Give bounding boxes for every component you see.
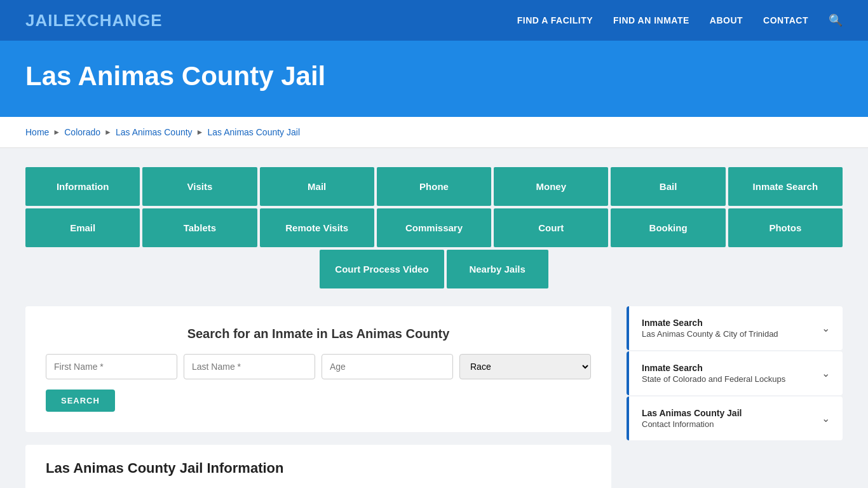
btn-photos[interactable]: Photos bbox=[728, 208, 843, 247]
btn-mail[interactable]: Mail bbox=[260, 167, 374, 206]
nav-about[interactable]: ABOUT bbox=[710, 15, 743, 25]
search-button[interactable]: SEARCH bbox=[46, 390, 115, 412]
chevron-icon-2: ⌄ bbox=[822, 367, 830, 379]
content-row: Search for an Inmate in Las Animas Count… bbox=[25, 306, 843, 488]
search-inputs: Race bbox=[46, 354, 591, 379]
sidebar-card-title-2: Inmate Search bbox=[642, 363, 785, 373]
btn-inmate-search[interactable]: Inmate Search bbox=[728, 167, 843, 206]
chevron-icon-3: ⌄ bbox=[822, 412, 830, 424]
search-title: Search for an Inmate in Las Animas Count… bbox=[46, 327, 591, 341]
btn-tablets[interactable]: Tablets bbox=[142, 208, 257, 247]
jail-info-section: Las Animas County Jail Information bbox=[25, 445, 611, 488]
last-name-input[interactable] bbox=[184, 354, 315, 379]
button-grid-row3: Court Process Video Nearby Jails bbox=[25, 250, 843, 288]
jail-info-heading: Las Animas County Jail Information bbox=[46, 460, 591, 477]
sidebar-card-header-2[interactable]: Inmate Search State of Colorado and Fede… bbox=[629, 351, 843, 395]
sidebar-card-title-1: Inmate Search bbox=[642, 318, 778, 328]
button-grid-row1: Information Visits Mail Phone Money Bail… bbox=[25, 167, 843, 206]
btn-booking[interactable]: Booking bbox=[611, 208, 725, 247]
btn-information[interactable]: Information bbox=[25, 167, 140, 206]
btn-email[interactable]: Email bbox=[25, 208, 140, 247]
hero-section: Las Animas County Jail bbox=[0, 41, 868, 117]
site-logo[interactable]: JAILEXCHANGE bbox=[25, 11, 163, 30]
btn-nearby-jails[interactable]: Nearby Jails bbox=[447, 250, 548, 288]
btn-court-process-video[interactable]: Court Process Video bbox=[320, 250, 444, 288]
btn-court[interactable]: Court bbox=[494, 208, 608, 247]
breadcrumb-sep-2: ► bbox=[104, 128, 112, 137]
sidebar-card-title-3: Las Animas County Jail bbox=[642, 408, 742, 418]
age-input[interactable] bbox=[322, 354, 453, 379]
breadcrumb-county[interactable]: Las Animas County bbox=[116, 127, 193, 137]
nav-contact[interactable]: CONTACT bbox=[763, 15, 808, 25]
sidebar-card-2: Inmate Search State of Colorado and Fede… bbox=[627, 351, 843, 395]
breadcrumb-colorado[interactable]: Colorado bbox=[64, 127, 100, 137]
page-title: Las Animas County Jail bbox=[25, 61, 843, 92]
nav-find-facility[interactable]: FIND A FACILITY bbox=[517, 15, 593, 25]
search-icon[interactable]: 🔍 bbox=[829, 13, 843, 27]
search-box: Search for an Inmate in Las Animas Count… bbox=[25, 306, 611, 432]
breadcrumb: Home ► Colorado ► Las Animas County ► La… bbox=[0, 117, 868, 148]
nav-find-inmate[interactable]: FIND AN INMATE bbox=[613, 15, 689, 25]
sidebar-card-3: Las Animas County Jail Contact Informati… bbox=[627, 396, 843, 440]
sidebar-card-1: Inmate Search Las Animas County & City o… bbox=[627, 306, 843, 350]
sidebar: Inmate Search Las Animas County & City o… bbox=[627, 306, 843, 442]
chevron-icon-1: ⌄ bbox=[822, 322, 830, 334]
btn-remote-visits[interactable]: Remote Visits bbox=[260, 208, 374, 247]
main-header: JAILEXCHANGE FIND A FACILITY FIND AN INM… bbox=[0, 0, 868, 41]
breadcrumb-sep-1: ► bbox=[53, 128, 60, 137]
main-nav: FIND A FACILITY FIND AN INMATE ABOUT CON… bbox=[517, 13, 843, 27]
sidebar-card-text-3: Las Animas County Jail Contact Informati… bbox=[642, 408, 742, 429]
logo-exchange: EXCHANGE bbox=[64, 11, 162, 30]
btn-money[interactable]: Money bbox=[494, 167, 608, 206]
btn-visits[interactable]: Visits bbox=[142, 167, 257, 206]
btn-commissary[interactable]: Commissary bbox=[377, 208, 491, 247]
sidebar-card-text-1: Inmate Search Las Animas County & City o… bbox=[642, 318, 778, 339]
breadcrumb-sep-3: ► bbox=[196, 128, 204, 137]
btn-phone[interactable]: Phone bbox=[377, 167, 491, 206]
sidebar-card-header-1[interactable]: Inmate Search Las Animas County & City o… bbox=[629, 306, 843, 350]
button-grid-row2: Email Tablets Remote Visits Commissary C… bbox=[25, 208, 843, 247]
race-select[interactable]: Race bbox=[459, 354, 591, 379]
sidebar-card-subtitle-1: Las Animas County & City of Trinidad bbox=[642, 329, 778, 339]
breadcrumb-home[interactable]: Home bbox=[25, 127, 49, 137]
logo-jail: JAIL bbox=[25, 11, 64, 30]
first-name-input[interactable] bbox=[46, 354, 177, 379]
main-content: Information Visits Mail Phone Money Bail… bbox=[0, 148, 868, 488]
sidebar-card-subtitle-3: Contact Information bbox=[642, 419, 742, 429]
sidebar-card-text-2: Inmate Search State of Colorado and Fede… bbox=[642, 363, 785, 384]
breadcrumb-current: Las Animas County Jail bbox=[207, 127, 300, 137]
sidebar-card-subtitle-2: State of Colorado and Federal Lockups bbox=[642, 374, 785, 384]
btn-bail[interactable]: Bail bbox=[611, 167, 725, 206]
sidebar-card-header-3[interactable]: Las Animas County Jail Contact Informati… bbox=[629, 396, 843, 440]
